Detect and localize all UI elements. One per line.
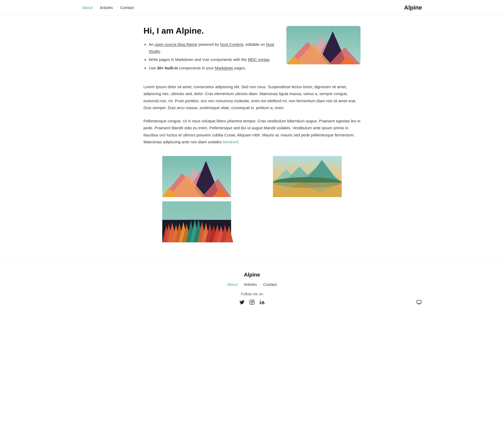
hero-section: Hi, I am Alpine. An open source blog the…	[143, 26, 361, 73]
follow-text: Follow me on	[5, 292, 499, 296]
hero-text: Hi, I am Alpine. An open source blog the…	[143, 26, 276, 73]
grid-image-3	[143, 201, 250, 242]
twitter-icon[interactable]	[239, 299, 245, 305]
image-grid	[143, 156, 361, 242]
footer-nav-contact[interactable]: Contact	[263, 282, 277, 287]
nuxt-content-link[interactable]: Nuxt Content	[220, 42, 243, 47]
svg-rect-48	[250, 300, 254, 305]
grid-image-1	[143, 156, 250, 197]
footer-nav-about[interactable]: About	[227, 282, 237, 287]
svg-point-50	[253, 301, 254, 301]
site-footer: Alpine About Articles Contact Follow me …	[0, 258, 504, 316]
grid-image-2	[254, 156, 361, 197]
hero-mountain-image	[286, 26, 361, 64]
built-in-emphasis: 30+ built-in	[157, 66, 178, 70]
main-content: Hi, I am Alpine. An open source blog the…	[138, 15, 366, 258]
paragraph-1: Lorem ipsum dolor sit amet, consectetur …	[143, 83, 361, 111]
nav-articles[interactable]: Articles	[100, 5, 113, 10]
nav-contact[interactable]: Contact	[120, 5, 134, 10]
linkedin-icon[interactable]	[259, 299, 265, 305]
bullet-3: Use 30+ built-in components in your Mark…	[149, 65, 276, 72]
footer-title: Alpine	[5, 272, 499, 278]
hero-heading: Hi, I am Alpine.	[143, 26, 276, 36]
footer-nav: About Articles Contact	[5, 282, 499, 287]
mdc-syntax-link[interactable]: MDC syntax	[248, 57, 269, 62]
open-source-link[interactable]: open source blog theme	[155, 42, 197, 47]
svg-rect-52	[417, 300, 421, 304]
main-nav: About Articles Contact	[82, 5, 134, 10]
monitor-icon[interactable]	[416, 299, 422, 305]
instagram-icon[interactable]	[249, 299, 255, 305]
hendrerit-link[interactable]: hendrerit.	[223, 140, 239, 144]
bullet-2: Write pages in Markdown and Vue componen…	[149, 56, 276, 63]
svg-point-51	[260, 300, 261, 301]
hero-bullets: An open source blog theme powered by Nux…	[143, 41, 276, 71]
nav-about[interactable]: About	[82, 5, 92, 10]
site-header: About Articles Contact Alpine	[0, 0, 504, 15]
site-title: Alpine	[404, 4, 422, 11]
markdown-link[interactable]: Markdown	[215, 66, 233, 70]
bullet-1: An open source blog theme powered by Nux…	[149, 41, 276, 55]
svg-rect-28	[162, 201, 231, 222]
footer-nav-articles[interactable]: Articles	[244, 282, 257, 287]
svg-point-49	[251, 301, 253, 303]
hero-image	[286, 26, 361, 64]
paragraph-2: Pellentesque congue. Ut in risus volutpa…	[143, 118, 361, 145]
social-icons	[5, 299, 499, 305]
